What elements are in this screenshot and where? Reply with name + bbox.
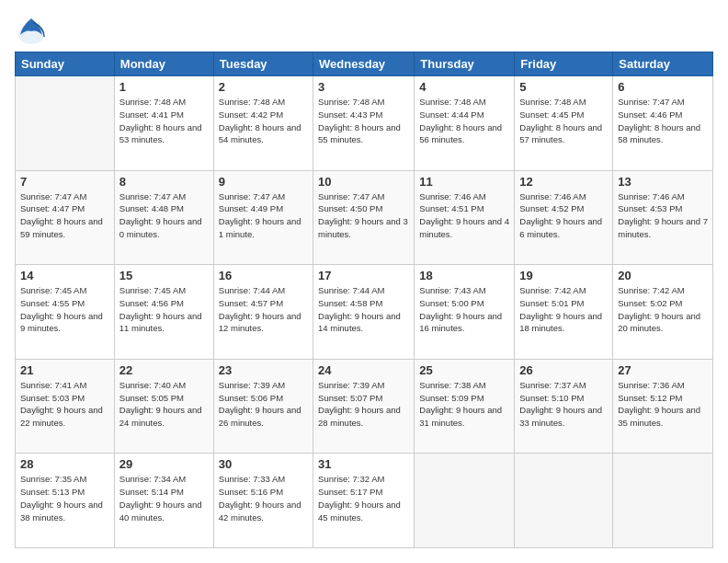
- calendar-cell: 11Sunrise: 7:46 AMSunset: 4:51 PMDayligh…: [415, 170, 515, 265]
- calendar-cell: 21Sunrise: 7:41 AMSunset: 5:03 PMDayligh…: [16, 359, 115, 454]
- day-number: 28: [20, 457, 109, 471]
- day-info: Sunrise: 7:35 AMSunset: 5:13 PMDaylight:…: [20, 473, 109, 523]
- calendar-cell: 6Sunrise: 7:47 AMSunset: 4:46 PMDaylight…: [613, 76, 713, 171]
- day-info: Sunrise: 7:47 AMSunset: 4:50 PMDaylight:…: [318, 190, 409, 241]
- day-info: Sunrise: 7:33 AMSunset: 5:16 PMDaylight:…: [219, 473, 308, 523]
- calendar-cell: 28Sunrise: 7:35 AMSunset: 5:13 PMDayligh…: [16, 454, 115, 548]
- day-number: 11: [419, 175, 509, 189]
- day-info: Sunrise: 7:38 AMSunset: 5:09 PMDaylight:…: [419, 379, 509, 430]
- day-info: Sunrise: 7:42 AMSunset: 5:02 PMDaylight:…: [618, 284, 708, 335]
- day-header-tuesday: Tuesday: [213, 52, 313, 76]
- logo: [15, 15, 46, 42]
- day-number: 3: [318, 80, 409, 94]
- day-number: 17: [318, 269, 409, 282]
- calendar-cell: 10Sunrise: 7:47 AMSunset: 4:50 PMDayligh…: [313, 170, 415, 265]
- header: [15, 15, 713, 42]
- logo-icon: [15, 15, 42, 42]
- day-number: 23: [219, 363, 308, 377]
- calendar-cell: 31Sunrise: 7:32 AMSunset: 5:17 PMDayligh…: [313, 454, 415, 548]
- day-info: Sunrise: 7:47 AMSunset: 4:49 PMDaylight:…: [219, 190, 308, 241]
- day-info: Sunrise: 7:48 AMSunset: 4:42 PMDaylight:…: [219, 96, 308, 146]
- calendar-table: SundayMondayTuesdayWednesdayThursdayFrid…: [15, 52, 713, 548]
- day-number: 29: [119, 457, 209, 471]
- day-info: Sunrise: 7:46 AMSunset: 4:53 PMDaylight:…: [618, 190, 708, 241]
- week-row-5: 28Sunrise: 7:35 AMSunset: 5:13 PMDayligh…: [16, 454, 713, 548]
- day-number: 18: [419, 269, 509, 282]
- day-info: Sunrise: 7:34 AMSunset: 5:14 PMDaylight:…: [119, 473, 209, 523]
- calendar-cell: 27Sunrise: 7:36 AMSunset: 5:12 PMDayligh…: [613, 359, 713, 454]
- page: SundayMondayTuesdayWednesdayThursdayFrid…: [0, 0, 728, 563]
- day-number: 19: [519, 269, 608, 282]
- day-info: Sunrise: 7:39 AMSunset: 5:06 PMDaylight:…: [219, 379, 308, 430]
- calendar-cell: 20Sunrise: 7:42 AMSunset: 5:02 PMDayligh…: [613, 265, 713, 360]
- calendar-cell: 25Sunrise: 7:38 AMSunset: 5:09 PMDayligh…: [415, 359, 515, 454]
- calendar-cell: 5Sunrise: 7:48 AMSunset: 4:45 PMDaylight…: [515, 76, 613, 171]
- day-info: Sunrise: 7:48 AMSunset: 4:41 PMDaylight:…: [119, 96, 209, 146]
- day-number: 2: [219, 80, 308, 94]
- calendar-cell: 23Sunrise: 7:39 AMSunset: 5:06 PMDayligh…: [213, 359, 313, 454]
- day-info: Sunrise: 7:47 AMSunset: 4:48 PMDaylight:…: [119, 190, 209, 241]
- day-number: 9: [219, 175, 308, 189]
- week-row-3: 14Sunrise: 7:45 AMSunset: 4:55 PMDayligh…: [16, 265, 713, 360]
- day-number: 7: [20, 175, 109, 189]
- day-number: 25: [419, 363, 509, 377]
- calendar-cell: 15Sunrise: 7:45 AMSunset: 4:56 PMDayligh…: [114, 265, 213, 360]
- day-header-monday: Monday: [114, 52, 213, 76]
- day-header-thursday: Thursday: [415, 52, 515, 76]
- calendar-cell: 26Sunrise: 7:37 AMSunset: 5:10 PMDayligh…: [515, 359, 613, 454]
- calendar-cell: 4Sunrise: 7:48 AMSunset: 4:44 PMDaylight…: [415, 76, 515, 171]
- week-row-4: 21Sunrise: 7:41 AMSunset: 5:03 PMDayligh…: [16, 359, 713, 454]
- calendar-cell: 24Sunrise: 7:39 AMSunset: 5:07 PMDayligh…: [313, 359, 415, 454]
- day-number: 14: [20, 269, 109, 282]
- day-number: 20: [618, 269, 708, 282]
- day-number: 13: [618, 175, 708, 189]
- day-number: 1: [119, 80, 209, 94]
- day-info: Sunrise: 7:44 AMSunset: 4:57 PMDaylight:…: [219, 284, 308, 335]
- calendar-cell: 3Sunrise: 7:48 AMSunset: 4:43 PMDaylight…: [313, 76, 415, 171]
- calendar-cell: 19Sunrise: 7:42 AMSunset: 5:01 PMDayligh…: [515, 265, 613, 360]
- day-info: Sunrise: 7:36 AMSunset: 5:12 PMDaylight:…: [618, 379, 708, 430]
- day-info: Sunrise: 7:46 AMSunset: 4:52 PMDaylight:…: [519, 190, 608, 241]
- day-number: 16: [219, 269, 308, 282]
- day-info: Sunrise: 7:42 AMSunset: 5:01 PMDaylight:…: [519, 284, 608, 335]
- day-number: 21: [20, 363, 109, 377]
- day-info: Sunrise: 7:39 AMSunset: 5:07 PMDaylight:…: [318, 379, 409, 430]
- calendar-cell: 30Sunrise: 7:33 AMSunset: 5:16 PMDayligh…: [213, 454, 313, 548]
- day-number: 4: [419, 80, 509, 94]
- day-info: Sunrise: 7:47 AMSunset: 4:46 PMDaylight:…: [618, 96, 708, 146]
- calendar-cell: 14Sunrise: 7:45 AMSunset: 4:55 PMDayligh…: [16, 265, 115, 360]
- day-info: Sunrise: 7:48 AMSunset: 4:43 PMDaylight:…: [318, 96, 409, 146]
- day-number: 12: [519, 175, 608, 189]
- day-info: Sunrise: 7:45 AMSunset: 4:55 PMDaylight:…: [20, 284, 109, 335]
- week-row-1: 1Sunrise: 7:48 AMSunset: 4:41 PMDaylight…: [16, 76, 713, 171]
- day-number: 30: [219, 457, 308, 471]
- day-number: 27: [618, 363, 708, 377]
- day-header-friday: Friday: [515, 52, 613, 76]
- day-info: Sunrise: 7:40 AMSunset: 5:05 PMDaylight:…: [119, 379, 209, 430]
- calendar-cell: [16, 76, 115, 171]
- week-row-2: 7Sunrise: 7:47 AMSunset: 4:47 PMDaylight…: [16, 170, 713, 265]
- day-header-sunday: Sunday: [16, 52, 115, 76]
- day-info: Sunrise: 7:46 AMSunset: 4:51 PMDaylight:…: [419, 190, 509, 241]
- day-info: Sunrise: 7:43 AMSunset: 5:00 PMDaylight:…: [419, 284, 509, 335]
- calendar-cell: 17Sunrise: 7:44 AMSunset: 4:58 PMDayligh…: [313, 265, 415, 360]
- day-info: Sunrise: 7:41 AMSunset: 5:03 PMDaylight:…: [20, 379, 109, 430]
- day-number: 10: [318, 175, 409, 189]
- calendar-cell: [415, 454, 515, 548]
- day-info: Sunrise: 7:48 AMSunset: 4:45 PMDaylight:…: [519, 96, 608, 146]
- day-header-saturday: Saturday: [613, 52, 713, 76]
- calendar-cell: 2Sunrise: 7:48 AMSunset: 4:42 PMDaylight…: [213, 76, 313, 171]
- day-number: 22: [119, 363, 209, 377]
- day-info: Sunrise: 7:45 AMSunset: 4:56 PMDaylight:…: [119, 284, 209, 335]
- calendar-cell: 29Sunrise: 7:34 AMSunset: 5:14 PMDayligh…: [114, 454, 213, 548]
- calendar-cell: 7Sunrise: 7:47 AMSunset: 4:47 PMDaylight…: [16, 170, 115, 265]
- calendar-cell: 8Sunrise: 7:47 AMSunset: 4:48 PMDaylight…: [114, 170, 213, 265]
- calendar-cell: 16Sunrise: 7:44 AMSunset: 4:57 PMDayligh…: [213, 265, 313, 360]
- day-info: Sunrise: 7:32 AMSunset: 5:17 PMDaylight:…: [318, 473, 409, 523]
- calendar-cell: [613, 454, 713, 548]
- day-number: 6: [618, 80, 708, 94]
- day-number: 8: [119, 175, 209, 189]
- day-info: Sunrise: 7:37 AMSunset: 5:10 PMDaylight:…: [519, 379, 608, 430]
- calendar-cell: 13Sunrise: 7:46 AMSunset: 4:53 PMDayligh…: [613, 170, 713, 265]
- day-info: Sunrise: 7:44 AMSunset: 4:58 PMDaylight:…: [318, 284, 409, 335]
